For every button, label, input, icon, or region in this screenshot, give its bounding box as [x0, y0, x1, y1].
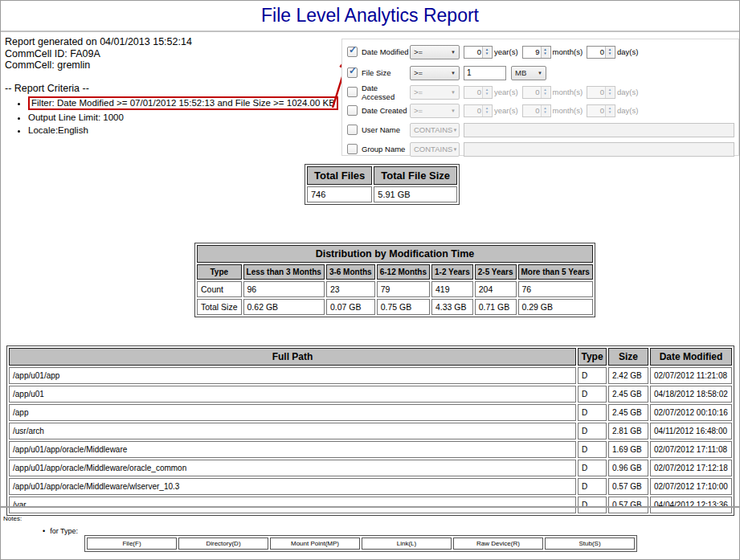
table-row: /var D 0.57 GB 04/04/2012 12:13:36: [9, 497, 732, 513]
month-input[interactable]: [523, 87, 541, 98]
file-size-operator-dropdown[interactable]: >= ▼: [410, 66, 460, 80]
path-cell: /app/u01: [9, 386, 576, 403]
date-cell: 04/18/2012 18:58:02: [650, 386, 732, 403]
month-spinner[interactable]: ▲▼: [522, 46, 551, 59]
group-name-checkbox[interactable]: [347, 144, 358, 154]
operator-value: >=: [414, 88, 423, 96]
year-input[interactable]: [464, 105, 482, 116]
date-accessed-operator-dropdown[interactable]: >= ▼: [410, 85, 460, 100]
size-header: Size: [608, 348, 648, 366]
year-spinner[interactable]: ▲▼: [464, 46, 493, 59]
total-files-header: Total Files: [307, 166, 372, 185]
column-header: Less than 3 Months: [243, 264, 325, 280]
table-row: Total Size 0.62 GB 0.07 GB 0.75 GB 4.33 …: [197, 299, 593, 315]
day-input[interactable]: [587, 87, 605, 98]
column-header: Type: [197, 264, 242, 280]
day-unit-label: day(s): [617, 106, 638, 115]
date-created-checkbox[interactable]: [347, 105, 358, 116]
operator-value: CONTAINS: [414, 145, 452, 153]
cell: 0.62 GB: [243, 299, 325, 315]
spinner-icon[interactable]: ▲▼: [605, 87, 614, 98]
month-spinner[interactable]: ▲▼: [522, 86, 551, 99]
spinner-icon[interactable]: ▲▼: [605, 105, 614, 116]
type-header: Type: [578, 348, 607, 366]
chevron-down-icon: ▼: [452, 147, 457, 152]
date-created-label: Date Created: [362, 106, 410, 115]
filter-row-date-modified: ✓ Date Modified >= ▼ ▲▼ year(s) ▲▼ month…: [342, 44, 638, 59]
day-spinner[interactable]: ▲▼: [587, 46, 615, 59]
year-unit-label: year(s): [494, 106, 518, 115]
month-input[interactable]: [523, 47, 541, 58]
day-unit-label: day(s): [617, 88, 638, 96]
month-spinner[interactable]: ▲▼: [522, 104, 551, 117]
cell: 79: [377, 281, 430, 297]
spinner-icon[interactable]: ▲▼: [541, 87, 550, 98]
total-file-size-header: Total File Size: [374, 166, 457, 185]
row-label: Total Size: [197, 299, 242, 315]
spinner-icon[interactable]: ▲▼: [482, 87, 491, 98]
for-type-label: for Type:: [50, 527, 78, 535]
criteria-filter-item: Filter: Date Modified >= 07/01/2012 15:5…: [28, 96, 338, 110]
legend-cell-link: Link(L): [362, 538, 452, 550]
table-row: /usr/arch D 2.81 GB 04/11/2012 16:48:00: [9, 423, 732, 439]
size-cell: 0.57 GB: [608, 497, 648, 513]
table-row: /app/u01/app D 2.42 GB 02/07/2012 11:21:…: [9, 367, 732, 384]
date-accessed-checkbox[interactable]: [347, 87, 358, 97]
cell: 96: [243, 281, 325, 297]
day-input[interactable]: [587, 105, 605, 116]
size-cell: 0.57 GB: [608, 478, 648, 495]
type-cell: D: [578, 423, 607, 439]
path-cell: /app/u01/app/oracle/Middleware/oracle_co…: [9, 460, 576, 476]
day-spinner[interactable]: ▲▼: [587, 86, 615, 99]
date-modified-header: Date Modified: [650, 348, 732, 366]
checkmark-icon: ✓: [349, 65, 357, 76]
path-cell: /var: [9, 497, 576, 513]
for-type-note: •for Type:: [43, 527, 78, 535]
size-cell: 2.45 GB: [608, 404, 648, 421]
day-spinner[interactable]: ▲▼: [587, 104, 615, 117]
date-cell: 04/04/2012 12:13:36: [650, 497, 732, 513]
group-name-operator-dropdown[interactable]: CONTAINS ▼: [410, 142, 460, 157]
file-size-checkbox[interactable]: ✓: [347, 67, 358, 78]
user-name-checkbox[interactable]: [347, 125, 358, 135]
spinner-icon[interactable]: ▲▼: [482, 105, 491, 116]
month-input[interactable]: [523, 105, 541, 116]
file-size-value-input[interactable]: [464, 66, 506, 80]
year-input[interactable]: [464, 47, 482, 58]
year-spinner[interactable]: ▲▼: [464, 86, 493, 99]
year-unit-label: year(s): [494, 47, 518, 56]
size-cell: 0.96 GB: [608, 460, 648, 476]
type-cell: D: [578, 478, 607, 495]
spinner-icon[interactable]: ▲▼: [541, 105, 550, 116]
table-row: /app/u01/app/oracle/Middleware/oracle_co…: [9, 460, 732, 476]
column-header: 1-2 Years: [431, 264, 473, 280]
cell: 23: [326, 281, 375, 297]
user-name-input[interactable]: [464, 123, 734, 137]
date-cell: 02/07/2012 11:21:08: [650, 367, 732, 384]
date-modified-operator-dropdown[interactable]: >= ▼: [410, 45, 460, 59]
day-input[interactable]: [587, 47, 605, 58]
total-files-value: 746: [307, 186, 372, 202]
date-created-operator-dropdown[interactable]: >= ▼: [410, 104, 460, 118]
operator-value: CONTAINS: [414, 125, 452, 134]
filter-row-date-created: Date Created >= ▼ ▲▼ year(s) ▲▼ month(s)…: [342, 103, 638, 118]
column-header: 2-5 Years: [475, 264, 517, 280]
user-name-operator-dropdown[interactable]: CONTAINS ▼: [410, 123, 460, 137]
commcell-name-text: CommCell: gremlin: [5, 59, 192, 72]
criteria-locale-item: Locale:English: [28, 125, 338, 136]
cell: 4.33 GB: [431, 299, 473, 315]
spinner-icon[interactable]: ▲▼: [605, 47, 614, 58]
spinner-icon[interactable]: ▲▼: [482, 47, 491, 58]
cell: 0.71 GB: [475, 299, 517, 315]
date-modified-checkbox[interactable]: ✓: [347, 47, 358, 57]
distribution-table: Distribution by Modification Time Type L…: [194, 243, 595, 317]
path-cell: /app/u01/app: [9, 367, 576, 384]
spinner-icon[interactable]: ▲▼: [541, 47, 550, 58]
year-spinner[interactable]: ▲▼: [464, 104, 493, 117]
table-row: /app/u01 D 2.45 GB 04/18/2012 18:58:02: [9, 386, 732, 403]
file-size-unit-dropdown[interactable]: MB ▼: [511, 66, 546, 80]
year-input[interactable]: [464, 87, 482, 98]
date-accessed-label: Date Accessed: [362, 84, 410, 101]
file-list-table: Full Path Type Size Date Modified /app/u…: [6, 345, 734, 516]
group-name-input[interactable]: [464, 142, 734, 157]
